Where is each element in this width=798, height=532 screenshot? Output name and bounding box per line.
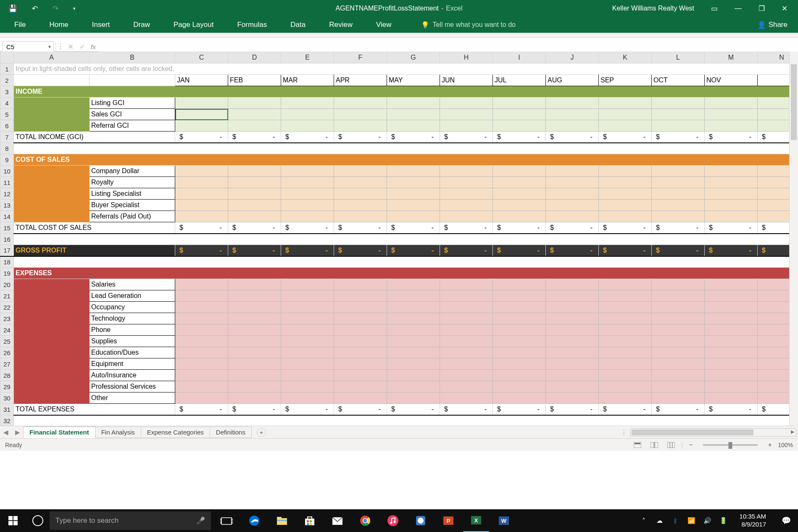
- col-header-B[interactable]: B: [90, 52, 175, 63]
- input-cell[interactable]: [440, 279, 493, 290]
- input-cell[interactable]: [281, 109, 334, 120]
- input-cell[interactable]: [652, 370, 705, 381]
- input-cell[interactable]: [387, 347, 440, 358]
- input-cell[interactable]: [387, 211, 440, 222]
- month-header[interactable]: OCT: [652, 75, 705, 86]
- minimize-icon[interactable]: —: [735, 4, 742, 13]
- save-icon[interactable]: 💾: [8, 4, 17, 13]
- input-cell[interactable]: [705, 290, 758, 302]
- input-cell[interactable]: [546, 166, 599, 177]
- input-cell[interactable]: [652, 97, 705, 109]
- input-cell[interactable]: [387, 177, 440, 188]
- input-cell[interactable]: [493, 109, 546, 120]
- input-cell[interactable]: [705, 120, 758, 132]
- store-icon[interactable]: [297, 509, 323, 532]
- input-cell[interactable]: [387, 109, 440, 120]
- input-cell[interactable]: [493, 188, 546, 200]
- split-handle[interactable]: ⋮: [621, 429, 627, 436]
- input-cell[interactable]: [281, 97, 334, 109]
- input-cell[interactable]: [440, 392, 493, 404]
- enter-icon[interactable]: ✓: [76, 42, 88, 51]
- input-cell[interactable]: [705, 347, 758, 358]
- formula-input[interactable]: [98, 41, 798, 52]
- month-header[interactable]: APR: [334, 75, 387, 86]
- input-cell[interactable]: [387, 392, 440, 404]
- input-cell[interactable]: [228, 370, 281, 381]
- fx-icon[interactable]: fx: [88, 43, 98, 50]
- sheet-tab-fin-analysis[interactable]: Fin Analysis: [95, 427, 141, 438]
- input-cell[interactable]: [387, 302, 440, 313]
- month-header[interactable]: MAR: [281, 75, 334, 86]
- notifications-icon[interactable]: 💬: [778, 516, 795, 525]
- row-header-20[interactable]: 20: [0, 279, 14, 290]
- input-cell[interactable]: [705, 302, 758, 313]
- col-header-E[interactable]: E: [281, 52, 334, 63]
- row-header-2[interactable]: 2: [0, 75, 14, 86]
- zoom-out-button[interactable]: −: [687, 441, 695, 449]
- row-header-7[interactable]: 7: [0, 132, 14, 143]
- input-cell[interactable]: [652, 279, 705, 290]
- input-cell[interactable]: [705, 211, 758, 222]
- row-header-13[interactable]: 13: [0, 200, 14, 211]
- input-cell[interactable]: [546, 336, 599, 347]
- input-cell[interactable]: [599, 347, 652, 358]
- tab-page-layout[interactable]: Page Layout: [172, 17, 215, 32]
- input-cell[interactable]: [705, 313, 758, 324]
- input-cell[interactable]: [546, 324, 599, 336]
- input-cell[interactable]: [175, 358, 228, 370]
- search-input[interactable]: Type here to search 🎤: [50, 511, 211, 530]
- cortana-icon[interactable]: [26, 515, 50, 526]
- input-cell[interactable]: [228, 177, 281, 188]
- input-cell[interactable]: [175, 200, 228, 211]
- powerpoint-icon[interactable]: P: [435, 509, 461, 532]
- input-cell[interactable]: [652, 324, 705, 336]
- input-cell[interactable]: [493, 166, 546, 177]
- month-header[interactable]: FEB: [228, 75, 281, 86]
- row-header-23[interactable]: 23: [0, 313, 14, 324]
- input-cell[interactable]: [175, 97, 228, 109]
- input-cell[interactable]: [334, 97, 387, 109]
- input-cell[interactable]: [705, 370, 758, 381]
- input-cell[interactable]: [440, 166, 493, 177]
- input-cell[interactable]: [705, 200, 758, 211]
- input-cell[interactable]: [599, 279, 652, 290]
- input-cell[interactable]: [652, 392, 705, 404]
- tray-chevron-icon[interactable]: ˄: [640, 517, 648, 524]
- input-cell[interactable]: [228, 279, 281, 290]
- horizontal-scrollbar[interactable]: ◀ ▶: [630, 428, 796, 437]
- input-cell[interactable]: [546, 313, 599, 324]
- input-cell[interactable]: [705, 177, 758, 188]
- input-cell[interactable]: [228, 188, 281, 200]
- input-cell[interactable]: [228, 324, 281, 336]
- input-cell[interactable]: [440, 200, 493, 211]
- input-cell[interactable]: [493, 200, 546, 211]
- input-cell[interactable]: [334, 211, 387, 222]
- row-header-5[interactable]: 5: [0, 109, 14, 120]
- input-cell[interactable]: [546, 200, 599, 211]
- input-cell[interactable]: [175, 324, 228, 336]
- input-cell[interactable]: [493, 347, 546, 358]
- tab-draw[interactable]: Draw: [132, 17, 152, 32]
- row-header-6[interactable]: 6: [0, 120, 14, 132]
- input-cell[interactable]: [652, 200, 705, 211]
- input-cell[interactable]: [546, 381, 599, 392]
- input-cell[interactable]: [652, 166, 705, 177]
- input-cell[interactable]: [228, 120, 281, 132]
- input-cell[interactable]: [493, 324, 546, 336]
- close-icon[interactable]: ✕: [782, 4, 787, 13]
- input-cell[interactable]: [281, 336, 334, 347]
- input-cell[interactable]: [228, 381, 281, 392]
- chrome-icon[interactable]: [352, 509, 378, 532]
- input-cell[interactable]: [652, 109, 705, 120]
- excel-icon[interactable]: X: [463, 509, 489, 532]
- input-cell[interactable]: [281, 324, 334, 336]
- app-icon[interactable]: [408, 509, 434, 532]
- col-header-F[interactable]: F: [334, 52, 387, 63]
- row-header-32[interactable]: 32: [0, 415, 14, 426]
- input-cell[interactable]: [281, 166, 334, 177]
- input-cell[interactable]: [493, 302, 546, 313]
- input-cell[interactable]: [334, 313, 387, 324]
- tell-me[interactable]: 💡 Tell me what you want to do: [421, 21, 516, 29]
- input-cell[interactable]: [493, 177, 546, 188]
- input-cell[interactable]: [493, 97, 546, 109]
